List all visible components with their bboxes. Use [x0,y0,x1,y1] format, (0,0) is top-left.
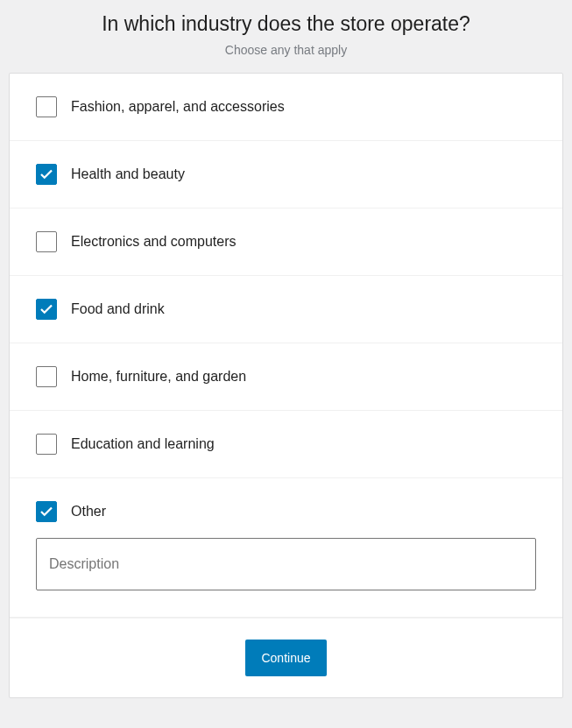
checkbox-home-garden[interactable] [36,366,57,387]
check-icon [39,301,54,317]
option-label: Fashion, apparel, and accessories [71,99,285,115]
checkbox-food-drink[interactable] [36,299,57,320]
page-title: In which industry does the store operate… [0,12,572,36]
checkbox-education[interactable] [36,434,57,455]
option-electronics[interactable]: Electronics and computers [10,209,562,276]
option-food-drink[interactable]: Food and drink [10,276,562,343]
option-label: Health and beauty [71,166,185,182]
option-other[interactable]: Other [10,478,562,618]
option-label: Education and learning [71,436,215,452]
checkbox-health-beauty[interactable] [36,164,57,185]
industry-card: Fashion, apparel, and accessories Health… [9,73,563,698]
checkbox-other[interactable] [36,501,57,522]
option-education[interactable]: Education and learning [10,411,562,478]
check-icon [39,504,54,519]
check-icon [39,166,54,182]
checkbox-fashion[interactable] [36,96,57,117]
option-label: Home, furniture, and garden [71,369,246,385]
option-health-beauty[interactable]: Health and beauty [10,141,562,209]
page-subtitle: Choose any that apply [0,43,572,57]
card-footer: Continue [10,618,562,697]
option-label: Food and drink [71,301,165,317]
option-label: Electronics and computers [71,234,237,250]
option-home-garden[interactable]: Home, furniture, and garden [10,343,562,411]
option-label: Other [71,504,106,519]
continue-button[interactable]: Continue [245,640,326,676]
checkbox-electronics[interactable] [36,231,57,252]
option-fashion[interactable]: Fashion, apparel, and accessories [10,74,562,141]
description-input[interactable] [36,538,536,590]
page-header: In which industry does the store operate… [0,0,572,73]
